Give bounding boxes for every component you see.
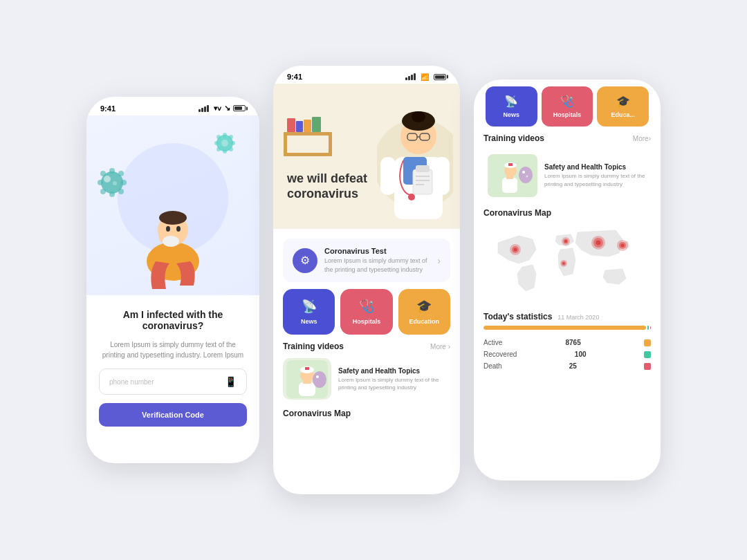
virus-icon-1 [211, 129, 239, 160]
training-header-2: Training videos More › [283, 342, 450, 351]
quick-link-news[interactable]: 📡 News [283, 289, 335, 335]
stats-title: Today's statistics [483, 312, 552, 321]
svg-rect-66 [506, 174, 513, 179]
video-title-3: Safety and Health Topics [544, 163, 647, 171]
svg-rect-65 [502, 178, 517, 193]
svg-point-15 [121, 180, 127, 185]
world-map [483, 222, 651, 305]
nav-news[interactable]: 📡 News [486, 86, 537, 127]
stat-row-recovered: Recovered 100 [483, 348, 651, 360]
content-area-1: Am I infected with the coronavirus? Lore… [86, 295, 259, 440]
phone-input-field[interactable]: phone number 📱 [99, 368, 247, 395]
death-value: 25 [569, 362, 577, 370]
svg-point-69 [519, 167, 533, 183]
hero-area-2: we will defeat coronavirus [273, 84, 460, 229]
training-title-2: Training videos [283, 342, 344, 351]
phone-placeholder: phone number [109, 378, 154, 386]
recovered-dot [644, 351, 651, 358]
wifi-symbol: ↘ [224, 104, 230, 113]
svg-rect-58 [303, 378, 311, 384]
video-card-2[interactable]: Safety and Health Topics Lorem Ipsum is … [283, 358, 450, 400]
svg-rect-50 [413, 169, 432, 194]
nav-education-icon: 🎓 [616, 95, 630, 108]
svg-point-17 [118, 189, 124, 194]
phone-screen-1: 9:41 ▾ᴠ ↘ [86, 97, 259, 463]
quick-links-row: 📡 News 🩺 Hospitals 🎓 Education [283, 289, 450, 335]
svg-point-49 [408, 194, 415, 200]
active-dot [644, 339, 651, 346]
hero-illustration-1 [86, 115, 259, 295]
svg-rect-68 [508, 163, 513, 166]
stats-header: Today's statistics 11 March 2020 [483, 312, 651, 321]
svg-point-77 [564, 240, 567, 243]
map-label-2: Coronavirus Map [283, 407, 450, 419]
svg-point-9 [221, 140, 228, 147]
coronavirus-test-card[interactable]: ⚙ Coronavirus Test Lorem Ipsum is simply… [283, 239, 450, 282]
education-icon: 🎓 [416, 299, 432, 314]
battery-icon [233, 105, 246, 111]
video-desc-2: Lorem Ipsum is simply dummy text of the … [338, 376, 450, 391]
svg-rect-37 [312, 117, 321, 132]
nav-hospitals-label: Hospitals [553, 111, 582, 118]
svg-point-1 [223, 133, 227, 137]
content-area-3: Training videos More › [474, 133, 661, 479]
hero-text-2: we will defeat coronavirus [273, 157, 381, 215]
nav-hospitals[interactable]: 🩺 Hospitals [542, 86, 593, 127]
training-header-3: Training videos More › [483, 133, 651, 143]
time-1: 9:41 [100, 104, 116, 113]
svg-rect-34 [287, 118, 295, 132]
svg-rect-60 [305, 367, 309, 370]
more-link-3[interactable]: More › [633, 135, 651, 142]
svg-point-71 [526, 175, 528, 177]
death-bar [650, 326, 651, 330]
video-desc-3: Lorem Ipsum is simply dummy text of the … [544, 172, 647, 187]
svg-rect-51 [416, 165, 430, 172]
nav-news-icon: 📡 [504, 95, 518, 108]
status-bar-2: 9:41 📶 [273, 66, 460, 84]
svg-point-25 [159, 211, 187, 225]
svg-point-43 [412, 111, 425, 122]
svg-point-74 [514, 248, 517, 252]
recovered-label: Recovered [483, 351, 517, 358]
stats-section: Today's statistics 11 March 2020 Active … [483, 312, 651, 372]
map-section-3: Coronavirus Map [483, 208, 651, 305]
video-card-3[interactable]: Safety and Health Topics Lorem Ipsum is … [483, 150, 651, 201]
scroll-content-2[interactable]: ⚙ Coronavirus Test Lorem Ipsum is simply… [273, 229, 460, 494]
svg-point-4 [231, 141, 235, 145]
svg-point-3 [214, 141, 219, 145]
more-link-2[interactable]: More › [430, 343, 450, 351]
svg-rect-57 [299, 382, 315, 396]
svg-point-6 [229, 147, 233, 151]
svg-rect-31 [284, 153, 332, 156]
svg-rect-35 [296, 121, 303, 132]
video-title-2: Safety and Health Topics [338, 367, 450, 375]
quick-link-hospitals[interactable]: 🩺 Hospitals [340, 289, 392, 335]
quick-link-education[interactable]: 🎓 Education [398, 289, 450, 335]
wifi-icon-2: 📶 [421, 73, 429, 81]
svg-point-29 [176, 226, 181, 232]
svg-point-8 [229, 135, 233, 139]
stats-bar-chart [483, 326, 651, 330]
recovered-bar [647, 326, 649, 330]
nav-news-label: News [504, 111, 520, 118]
svg-point-86 [563, 263, 565, 265]
status-bar-1: 9:41 ▾ᴠ ↘ [86, 97, 259, 115]
svg-point-28 [166, 226, 170, 232]
news-label: News [301, 318, 317, 325]
nav-education[interactable]: 🎓 Educa... [597, 86, 649, 127]
phone-icon: 📱 [225, 376, 237, 387]
svg-rect-33 [329, 132, 332, 156]
svg-point-61 [313, 371, 326, 388]
shelves-illustration [280, 91, 335, 162]
map-label-3: Coronavirus Map [483, 208, 651, 218]
stat-row-active: Active 8765 [483, 337, 651, 348]
video-thumbnail-2 [283, 358, 331, 400]
svg-point-14 [98, 180, 103, 185]
active-value: 8765 [565, 339, 580, 346]
hospitals-label: Hospitals [353, 318, 381, 325]
svg-point-18 [100, 189, 106, 194]
svg-rect-47 [380, 157, 396, 195]
video-info-3: Safety and Health Topics Lorem Ipsum is … [544, 163, 647, 187]
svg-point-16 [100, 171, 106, 176]
verify-button[interactable]: Verification Code [99, 403, 247, 427]
